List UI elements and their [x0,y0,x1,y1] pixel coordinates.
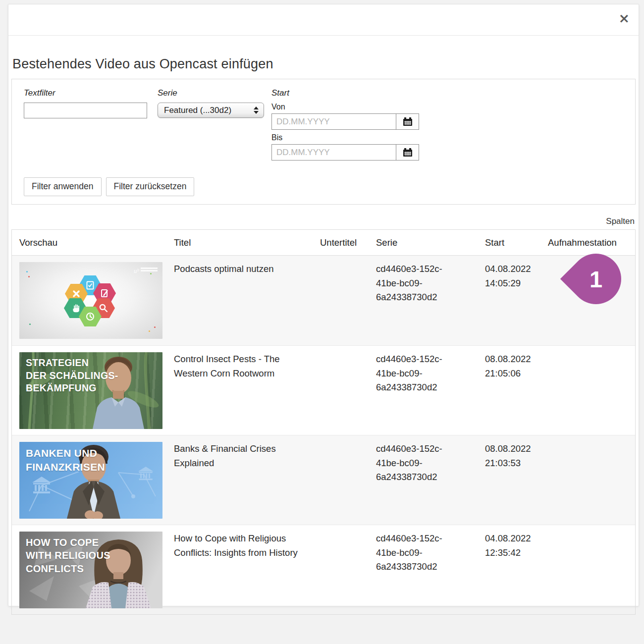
serie-select-value: Featured (...30d2) [164,106,231,115]
calendar-icon [402,117,413,127]
select-arrows-icon [254,107,259,114]
video-serie: cd4460e3-152c-41be-bc09-6a24338730d2 [376,442,463,519]
date-from-input[interactable] [271,113,396,130]
video-table: Vorschau Titel Untertitel Serie Start Au… [11,229,636,615]
video-serie: cd4460e3-152c-41be-bc09-6a24338730d2 [376,532,463,608]
col-header-titel: Titel [174,237,320,248]
close-icon[interactable]: × [618,11,630,25]
video-serie: cd4460e3-152c-41be-bc09-6a24338730d2 [376,352,463,429]
page-title: Bestehendes Video aus Opencast einfügen [12,56,635,72]
annotation-marker-1: 1 [560,243,632,315]
video-subtitle [320,262,376,339]
video-subtitle [320,352,376,429]
video-thumbnail: BANKEN UND FINANZKRISEN [19,442,162,519]
video-serie: cd4460e3-152c-41be-bc09-6a24338730d2 [376,262,463,339]
university-bern-logo: uᵇ [134,266,158,276]
von-label: Von [271,103,435,111]
date-to-input[interactable] [271,144,396,161]
col-header-start: Start [485,237,548,248]
confetti-decoration [26,271,28,272]
video-station [548,352,628,429]
video-thumbnail: STRATEGIEN DER SCHÄDLINGS- BEKÄMPFUNG [19,352,162,429]
col-header-untertitel: Untertitel [320,237,376,248]
table-header-row: Vorschau Titel Untertitel Serie Start Au… [12,230,635,256]
video-thumbnail: uᵇ [19,262,162,339]
col-header-serie: Serie [376,237,485,248]
thumbnail-caption: HOW TO COPE WITH RELIGIOUS CONFLICTS [26,536,110,575]
bis-label: Bis [271,133,435,142]
dialog-header: × [8,4,639,36]
col-header-vorschau: Vorschau [19,237,174,248]
calendar-to-button[interactable] [396,144,419,161]
video-thumbnail: HOW TO COPE WITH RELIGIOUS CONFLICTS [19,532,162,608]
video-subtitle [320,532,376,608]
calendar-from-button[interactable] [396,113,419,130]
video-title: Control Insect Pests - The Western Corn … [174,352,318,429]
video-title: Banks & Financial Crises Explained [174,442,318,519]
textfilter-input[interactable] [24,103,147,118]
annotation-marker-label: 1 [571,254,621,304]
spalten-link[interactable]: Spalten [606,216,635,226]
calendar-icon [402,148,413,158]
video-title: How to Cope with Religious Conflicts: In… [174,532,318,608]
opencast-insert-dialog: × Bestehendes Video aus Opencast einfüge… [8,4,639,606]
thumbnail-caption: BANKEN UND FINANZKRISEN [26,446,105,474]
textfilter-label: Textfilter [24,88,158,98]
table-row[interactable]: STRATEGIEN DER SCHÄDLINGS- BEKÄMPFUNG Co… [12,345,635,435]
video-station [548,532,628,608]
video-start: 08.08.2022 21:03:53 [485,442,545,519]
apply-filter-button[interactable]: Filter anwenden [24,177,102,196]
reset-filter-button[interactable]: Filter zurücksetzen [106,177,195,196]
video-start: 04.08.2022 14:05:29 [485,262,545,339]
start-label: Start [271,88,435,98]
video-start: 04.08.2022 12:35:42 [485,532,545,608]
col-header-aufnahmestation: Aufnahmestation [548,237,628,248]
video-station [548,442,628,519]
thumbnail-caption: STRATEGIEN DER SCHÄDLINGS- BEKÄMPFUNG [26,357,118,395]
table-row[interactable]: uᵇ [12,256,635,345]
table-row[interactable]: BANKEN UND FINANZKRISEN Banks & Financia… [12,435,635,525]
video-title: Podcasts optimal nutzen [174,262,318,339]
video-subtitle [320,442,376,519]
serie-label: Serie [158,88,271,98]
serie-select[interactable]: Featured (...30d2) [158,103,264,118]
filter-panel: Textfilter Serie Featured (...30d2) Star… [11,79,636,205]
table-row[interactable]: HOW TO COPE WITH RELIGIOUS CONFLICTS How… [12,525,635,614]
video-start: 08.08.2022 21:05:06 [485,352,545,429]
